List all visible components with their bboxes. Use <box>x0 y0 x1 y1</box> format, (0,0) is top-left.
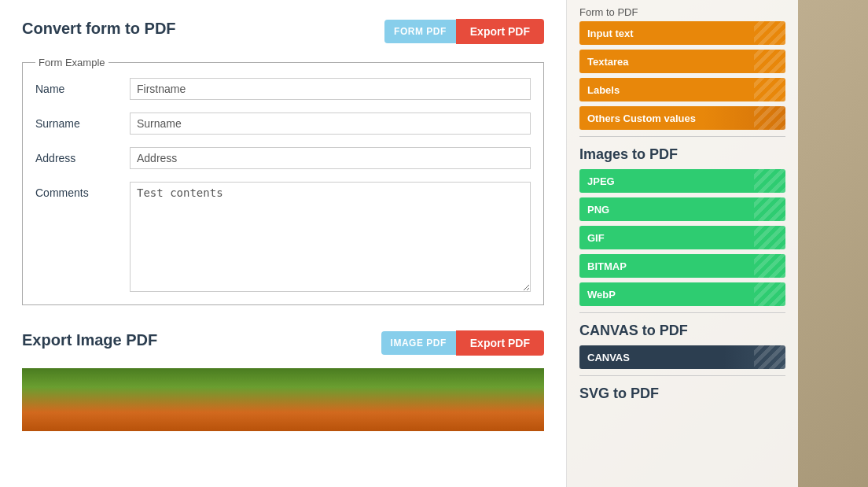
export-image-pdf-button[interactable]: Export PDF <box>456 330 544 356</box>
comments-textarea[interactable]: Test contents <box>130 182 531 292</box>
main-content: Convert form to PDF FORM PDF Export PDF … <box>0 0 566 487</box>
surname-input[interactable] <box>130 113 531 135</box>
form-example-fieldset: Form Example Name Surname Address Commen… <box>22 57 544 305</box>
convert-form-section: Convert form to PDF FORM PDF Export PDF … <box>22 19 544 305</box>
sidebar-canvas-section: CANVAS to PDF CANVAS <box>579 323 785 376</box>
bar-fill-gif: GIF <box>579 226 785 249</box>
form-pdf-label-button[interactable]: FORM PDF <box>384 20 456 43</box>
bar-jpeg[interactable]: JPEG <box>579 169 785 193</box>
form-row-surname: Surname <box>35 113 531 135</box>
convert-form-title: Convert form to PDF <box>22 20 176 38</box>
export-image-header: Export Image PDF IMAGE PDF Export PDF <box>22 330 544 356</box>
address-input[interactable] <box>130 147 531 169</box>
bar-fill-webp: WebP <box>579 282 785 306</box>
bar-label-input-text: Input text <box>587 28 634 39</box>
name-label: Name <box>35 78 130 95</box>
bar-label-jpeg: JPEG <box>587 175 615 187</box>
divider-canvas <box>579 375 785 376</box>
export-pdf-button[interactable]: Export PDF <box>456 19 544 44</box>
bar-label-webp: WebP <box>587 289 616 301</box>
bar-fill-png: PNG <box>579 197 785 221</box>
export-image-title: Export Image PDF <box>22 331 157 349</box>
bar-others[interactable]: Others Custom values <box>579 106 785 130</box>
comments-label: Comments <box>35 182 130 199</box>
bar-label-canvas: CANVAS <box>587 352 630 363</box>
bar-fill-bitmap: BITMAP <box>579 254 785 278</box>
bar-fill-canvas: CANVAS <box>579 345 785 369</box>
sidebar-form-section: Form to PDF Input text Textarea Labels O… <box>579 6 785 137</box>
bar-label-labels: Labels <box>587 84 620 96</box>
image-pdf-button-group: IMAGE PDF Export PDF <box>381 330 544 356</box>
divider-images <box>579 312 785 313</box>
bar-label-textarea: Textarea <box>587 56 629 68</box>
sidebar: Form to PDF Input text Textarea Labels O… <box>566 0 798 487</box>
address-label: Address <box>35 147 130 164</box>
bar-label-others: Others Custom values <box>587 113 696 124</box>
bar-fill-input-text: Input text <box>579 21 785 45</box>
bar-label-bitmap: BITMAP <box>587 260 627 272</box>
bar-fill-labels: Labels <box>579 78 785 101</box>
bar-label-png: PNG <box>587 204 609 216</box>
form-row-name: Name <box>35 78 531 100</box>
bar-label-gif: GIF <box>587 232 605 244</box>
image-pdf-label-button[interactable]: IMAGE PDF <box>381 331 456 355</box>
form-pdf-button-group: FORM PDF Export PDF <box>384 19 544 44</box>
bar-png[interactable]: PNG <box>579 197 785 221</box>
bar-fill-textarea: Textarea <box>579 50 785 73</box>
bar-input-text[interactable]: Input text <box>579 21 785 45</box>
svg-to-pdf-title: SVG to PDF <box>579 386 785 402</box>
sidebar-svg-section: SVG to PDF <box>579 386 785 402</box>
bar-gif[interactable]: GIF <box>579 226 785 249</box>
bar-webp[interactable]: WebP <box>579 282 785 306</box>
bar-textarea[interactable]: Textarea <box>579 50 785 73</box>
name-input[interactable] <box>130 78 531 100</box>
form-legend: Form Example <box>35 57 108 68</box>
bar-fill-others: Others Custom values <box>579 106 785 130</box>
sidebar-images-section: Images to PDF JPEG PNG GIF BITMAP WebP <box>579 146 785 313</box>
divider-form <box>579 136 785 137</box>
form-row-comments: Comments Test contents <box>35 182 531 292</box>
canvas-to-pdf-title: CANVAS to PDF <box>579 323 785 339</box>
images-to-pdf-title: Images to PDF <box>579 146 785 163</box>
bar-canvas[interactable]: CANVAS <box>579 345 785 369</box>
image-preview <box>22 368 544 431</box>
bar-bitmap[interactable]: BITMAP <box>579 254 785 278</box>
export-image-section: Export Image PDF IMAGE PDF Export PDF <box>22 330 544 431</box>
form-row-address: Address <box>35 147 531 169</box>
convert-form-header: Convert form to PDF FORM PDF Export PDF <box>22 19 544 44</box>
sidebar-form-label: Form to PDF <box>579 6 785 18</box>
surname-label: Surname <box>35 113 130 130</box>
bar-labels[interactable]: Labels <box>579 78 785 101</box>
bar-fill-jpeg: JPEG <box>579 169 785 193</box>
